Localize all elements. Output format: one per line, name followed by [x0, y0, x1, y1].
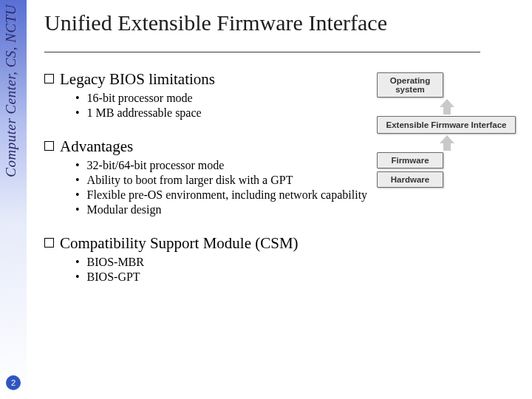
square-bullet-icon [44, 141, 54, 151]
arrow-up-icon [440, 135, 454, 151]
diagram-layer-efi: Extensible Firmware Interface [377, 116, 516, 134]
list-item: Flexible pre-OS environment, including n… [75, 188, 523, 202]
left-sidebar: Computer Center, CS, NCTU 2 [0, 0, 27, 399]
list-item: BIOS-MBR [75, 256, 523, 269]
section-2-bullets: BIOS-MBR BIOS-GPT [75, 256, 523, 284]
page-number-badge: 2 [6, 375, 21, 390]
section-heading-text: Compatibility Support Module (CSM) [60, 234, 299, 253]
section-heading-text: Advantages [60, 137, 133, 156]
arrow-up-icon [440, 99, 454, 115]
slide: Computer Center, CS, NCTU 2 Unified Exte… [0, 0, 532, 399]
page-number: 2 [11, 378, 16, 387]
section-heading-2: Compatibility Support Module (CSM) [44, 234, 523, 253]
diagram-stack: Operating system Extensible Firmware Int… [377, 72, 517, 188]
layer-diagram: Operating system Extensible Firmware Int… [377, 72, 517, 188]
diagram-layer-os: Operating system [377, 72, 443, 98]
slide-title: Unified Extensible Firmware Interface [44, 10, 523, 35]
square-bullet-icon [44, 238, 54, 248]
list-item: Modular design [75, 203, 523, 216]
sidebar-affiliation: Computer Center, CS, NCTU [3, 4, 19, 177]
section-heading-text: Legacy BIOS limitations [60, 70, 215, 89]
title-underline [44, 52, 480, 52]
diagram-layer-firmware: Firmware [377, 152, 443, 168]
list-item: BIOS-GPT [75, 270, 523, 284]
square-bullet-icon [44, 74, 54, 83]
diagram-layer-hardware: Hardware [377, 171, 443, 188]
